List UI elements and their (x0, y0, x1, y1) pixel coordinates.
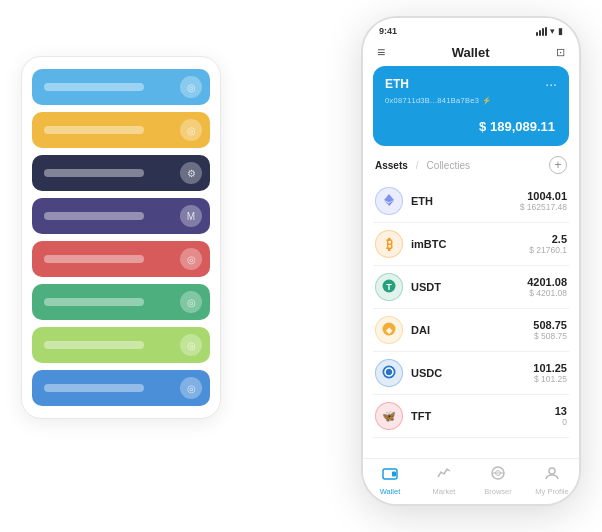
asset-row-usdc[interactable]: USDC101.25$ 101.25 (373, 352, 569, 395)
eth-card-header: ETH ··· (385, 76, 557, 92)
asset-name-tft: TFT (411, 410, 555, 422)
asset-amount-usd: $ 21760.1 (529, 245, 567, 255)
asset-amount-usd: $ 508.75 (533, 331, 567, 341)
eth-card-more[interactable]: ··· (545, 76, 557, 92)
asset-amount-main: 1004.01 (520, 190, 567, 202)
nav-label-wallet: Wallet (380, 487, 401, 496)
card-bar-2[interactable]: ⚙ (32, 155, 210, 191)
asset-amount-usd: $ 101.25 (533, 374, 567, 384)
asset-amount-usd: $ 162517.48 (520, 202, 567, 212)
asset-amounts-usdt: 4201.08$ 4201.08 (527, 276, 567, 298)
nav-icon-my-profile (544, 465, 560, 485)
nav-icon-browser (490, 465, 506, 485)
nav-label-browser: Browser (484, 487, 512, 496)
page-title: Wallet (385, 45, 556, 60)
menu-icon[interactable]: ≡ (377, 44, 385, 60)
asset-amount-usd: $ 4201.08 (527, 288, 567, 298)
tab-assets[interactable]: Assets (375, 160, 408, 171)
asset-icon-usdc (375, 359, 403, 387)
card-stack: ◎◎⚙M◎◎◎◎ (21, 56, 221, 419)
phone-header: ≡ Wallet ⊡ (363, 40, 579, 66)
svg-marker-0 (384, 194, 394, 203)
asset-icon-tft: 🦋 (375, 402, 403, 430)
signal-bars-icon (536, 27, 547, 36)
card-bar-1[interactable]: ◎ (32, 112, 210, 148)
assets-header: Assets / Collecties + (373, 156, 569, 174)
svg-rect-10 (392, 472, 396, 477)
assets-tabs: Assets / Collecties (375, 160, 470, 171)
eth-card-address: 0x08711d3B...841Ba7Be3 ⚡ (385, 96, 557, 105)
asset-amount-usd: 0 (555, 417, 567, 427)
asset-name-eth: ETH (411, 195, 520, 207)
status-time: 9:41 (379, 26, 397, 36)
phone: 9:41 ▾ ▮ ≡ Wallet ⊡ ETH (361, 16, 581, 506)
asset-amounts-usdc: 101.25$ 101.25 (533, 362, 567, 384)
nav-icon-wallet (382, 465, 398, 485)
card-bar-0[interactable]: ◎ (32, 69, 210, 105)
asset-amounts-tft: 130 (555, 405, 567, 427)
asset-amount-main: 101.25 (533, 362, 567, 374)
nav-item-market[interactable]: Market (417, 465, 471, 496)
eth-card-name: ETH (385, 77, 409, 91)
asset-amount-main: 508.75 (533, 319, 567, 331)
phone-content[interactable]: ETH ··· 0x08711d3B...841Ba7Be3 ⚡ $ 189,0… (363, 66, 579, 458)
asset-amounts-imbtc: 2.5$ 21760.1 (529, 233, 567, 255)
expand-icon[interactable]: ⊡ (556, 46, 565, 59)
battery-icon: ▮ (558, 26, 563, 36)
asset-amount-main: 4201.08 (527, 276, 567, 288)
card-bar-4[interactable]: ◎ (32, 241, 210, 277)
balance-value: $ 189,089.11 (479, 119, 555, 134)
asset-name-imbtc: imBTC (411, 238, 529, 250)
asset-amounts-dai: 508.75$ 508.75 (533, 319, 567, 341)
asset-name-usdc: USDC (411, 367, 533, 379)
eth-card-balance: $ 189,089.11 (385, 113, 557, 136)
asset-name-usdt: USDT (411, 281, 527, 293)
asset-icon-imbtc: ₿ (375, 230, 403, 258)
asset-icon-usdt: T (375, 273, 403, 301)
nav-item-my-profile[interactable]: My Profile (525, 465, 579, 496)
add-asset-button[interactable]: + (549, 156, 567, 174)
asset-row-tft[interactable]: 🦋TFT130 (373, 395, 569, 438)
eth-card: ETH ··· 0x08711d3B...841Ba7Be3 ⚡ $ 189,0… (373, 66, 569, 146)
nav-icon-market (436, 465, 452, 485)
asset-row-eth[interactable]: ETH1004.01$ 162517.48 (373, 180, 569, 223)
nav-label-market: Market (433, 487, 456, 496)
svg-text:◈: ◈ (385, 325, 393, 334)
svg-text:T: T (386, 282, 392, 292)
asset-amount-main: 2.5 (529, 233, 567, 245)
wifi-icon: ▾ (550, 26, 555, 36)
status-bar: 9:41 ▾ ▮ (363, 18, 579, 40)
tab-collecties[interactable]: Collecties (427, 160, 470, 171)
asset-amount-main: 13 (555, 405, 567, 417)
card-bar-7[interactable]: ◎ (32, 370, 210, 406)
tab-divider: / (416, 160, 419, 171)
svg-point-13 (549, 468, 555, 474)
nav-item-browser[interactable]: Browser (471, 465, 525, 496)
nav-item-wallet[interactable]: Wallet (363, 465, 417, 496)
card-bar-5[interactable]: ◎ (32, 284, 210, 320)
asset-row-dai[interactable]: ◈DAI508.75$ 508.75 (373, 309, 569, 352)
asset-list: ETH1004.01$ 162517.48₿imBTC2.5$ 21760.1T… (373, 180, 569, 438)
nav-label-my-profile: My Profile (535, 487, 568, 496)
card-bar-3[interactable]: M (32, 198, 210, 234)
asset-row-usdt[interactable]: TUSDT4201.08$ 4201.08 (373, 266, 569, 309)
asset-icon-eth (375, 187, 403, 215)
status-icons: ▾ ▮ (536, 26, 563, 36)
card-bar-6[interactable]: ◎ (32, 327, 210, 363)
asset-icon-dai: ◈ (375, 316, 403, 344)
asset-row-imbtc[interactable]: ₿imBTC2.5$ 21760.1 (373, 223, 569, 266)
asset-amounts-eth: 1004.01$ 162517.48 (520, 190, 567, 212)
bottom-nav: WalletMarketBrowserMy Profile (363, 458, 579, 504)
asset-name-dai: DAI (411, 324, 533, 336)
scene: ◎◎⚙M◎◎◎◎ 9:41 ▾ ▮ ≡ Wallet ⊡ (21, 16, 581, 516)
